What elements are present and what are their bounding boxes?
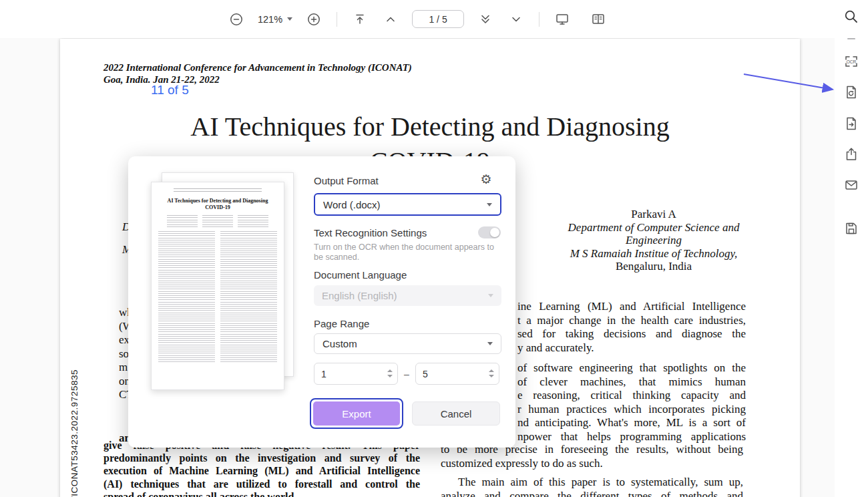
page-to-input[interactable]: 5 <box>415 363 499 385</box>
cancel-button[interactable]: Cancel <box>412 401 500 426</box>
conference-line2: Goa, India. Jan 21-22, 2022 <box>103 73 412 86</box>
chevron-down-icon <box>488 294 493 297</box>
author-department: Department of Computer Science and <box>554 221 754 234</box>
export-button-highlight: Export <box>310 398 403 429</box>
abstract-line: predominantly points on the investigatio… <box>103 452 420 465</box>
output-format-value: Word (.docx) <box>323 199 381 210</box>
stepper-down-icon <box>489 375 494 377</box>
body-line: sed for taking decisions and diagnose th… <box>517 327 746 341</box>
page-from-input[interactable]: 1 <box>314 363 398 385</box>
next-page-button[interactable] <box>507 10 525 29</box>
author-block: Parkavi A Department of Computer Science… <box>554 208 754 273</box>
body-line: of software engineering that spotlights … <box>517 361 746 375</box>
author-name: Parkavi A <box>554 208 754 221</box>
ocr-settings-label: Text Recognition Settings <box>314 227 427 238</box>
right-column-paragraph-3: The main aim of this paper is to systema… <box>441 476 743 497</box>
author-city: Bengaluru, India <box>554 260 754 273</box>
output-format-label: Output Format <box>314 175 379 186</box>
email-icon <box>843 177 859 193</box>
scroll-to-top-button[interactable] <box>351 10 369 29</box>
abstract-line: spread of coronavirus all across the wor… <box>103 491 420 497</box>
abstract-text: give false positive and false negative r… <box>103 440 420 497</box>
sidebar-divider-dash <box>847 38 855 39</box>
document-preview: AI Techniques for Detecting and Diagnosi… <box>151 172 294 397</box>
page-to-stepper[interactable] <box>489 369 494 377</box>
document-language-value: English (English) <box>322 290 397 301</box>
reading-view-icon <box>590 11 606 27</box>
stepper-up-icon <box>387 369 393 372</box>
toggle-knob <box>490 228 499 237</box>
jump-to-bottom-button[interactable] <box>476 10 495 29</box>
top-toolbar: 121% 1 / 5 <box>0 0 835 38</box>
share-icon <box>843 146 859 162</box>
export-button[interactable]: Export <box>313 401 400 426</box>
export-file-button[interactable] <box>843 84 859 100</box>
preview-header-lines <box>174 188 261 194</box>
body-line: r human practices which incorporates pic… <box>517 403 746 417</box>
zoom-out-icon <box>228 11 244 27</box>
output-format-select[interactable]: Word (.docx) <box>314 193 501 216</box>
doi-vertical-text: 1109/ICONAT53423.2022.9725835 <box>69 293 79 497</box>
presentation-mode-button[interactable] <box>553 10 572 29</box>
right-column-paragraph-1: ine Learning (ML) and Artificial Intelli… <box>517 300 746 355</box>
page-from-stepper[interactable] <box>387 369 393 377</box>
zoom-level-dropdown[interactable]: 121% <box>258 10 292 29</box>
ocr-icon-label: OCR <box>847 59 857 64</box>
page-range-value: Custom <box>322 338 357 349</box>
chevron-down-icon <box>487 203 492 206</box>
toolbar-divider <box>337 12 337 27</box>
page-range-label: Page Range <box>314 318 369 329</box>
chevron-down-icon <box>508 11 524 27</box>
body-line: t a major change in the health care indu… <box>517 314 746 328</box>
paper-title-line1: AI Techniques for Detecting and Diagnosi… <box>60 111 800 142</box>
share-button[interactable] <box>843 146 859 162</box>
stepper-down-icon <box>387 375 393 377</box>
body-line: The main aim of this paper is to systema… <box>441 476 743 490</box>
reading-mode-button[interactable] <box>589 10 608 29</box>
body-line: analyze and compare the different types … <box>441 490 743 497</box>
body-line: y and accurately. <box>517 341 746 355</box>
ocr-toggle[interactable] <box>478 226 501 238</box>
stepper-up-icon <box>489 369 494 372</box>
body-line: e reasoning, critical thinking capacity … <box>517 389 746 403</box>
preview-author-columns <box>161 215 274 227</box>
abstract-line: (AI) techniques that are utilized to for… <box>103 478 420 491</box>
ocr-description: Turn on the OCR when the document appear… <box>314 242 495 263</box>
preview-title: AI Techniques for Detecting and Diagnosi… <box>161 198 274 212</box>
save-button[interactable] <box>843 220 859 236</box>
zoom-in-icon <box>306 11 322 27</box>
author-department2: Engineering <box>554 234 754 247</box>
right-sidebar: OCR <box>835 0 868 497</box>
export-dialog: AI Techniques for Detecting and Diagnosi… <box>128 156 515 448</box>
page-number-input[interactable]: 1 / 5 <box>412 10 464 28</box>
chevron-down-icon <box>487 342 493 345</box>
previous-page-button[interactable] <box>381 10 400 29</box>
ocr-button[interactable]: OCR <box>843 53 859 69</box>
body-line: of clever machines, that mimics human <box>517 375 746 389</box>
document-language-select[interactable]: English (English) <box>314 285 501 306</box>
page-range-select[interactable]: Custom <box>314 333 501 354</box>
right-column-paragraph-2: of software engineering that spotlights … <box>517 361 746 444</box>
abstract-line: execution of Machine Learning (ML) and A… <box>103 465 420 478</box>
zoom-in-button[interactable] <box>304 10 323 29</box>
preview-page-front: AI Techniques for Detecting and Diagnosi… <box>151 182 284 390</box>
search-button[interactable] <box>843 9 859 25</box>
chevron-down-icon <box>287 17 292 21</box>
author-institute: M S Ramaiah Institue of Technology, <box>554 247 754 261</box>
email-button[interactable] <box>843 177 859 193</box>
presentation-icon <box>554 11 570 27</box>
ocr-icon: OCR <box>843 53 859 69</box>
conference-header: 2022 International Conference for Advanc… <box>103 61 412 86</box>
double-chevron-down-icon <box>477 11 493 27</box>
page-from-value: 1 <box>321 369 327 379</box>
chevron-up-icon <box>383 11 399 27</box>
page-to-value: 5 <box>423 369 428 379</box>
save-icon <box>843 220 859 236</box>
settings-gear-icon[interactable]: ⚙ <box>478 171 494 187</box>
convert-document-button[interactable] <box>843 116 859 132</box>
document-language-label: Document Language <box>314 269 407 281</box>
conference-line1: 2022 International Conference for Advanc… <box>103 61 412 73</box>
zoom-out-button[interactable] <box>227 10 246 29</box>
range-separator: – <box>398 363 415 385</box>
export-document-icon <box>843 84 859 100</box>
